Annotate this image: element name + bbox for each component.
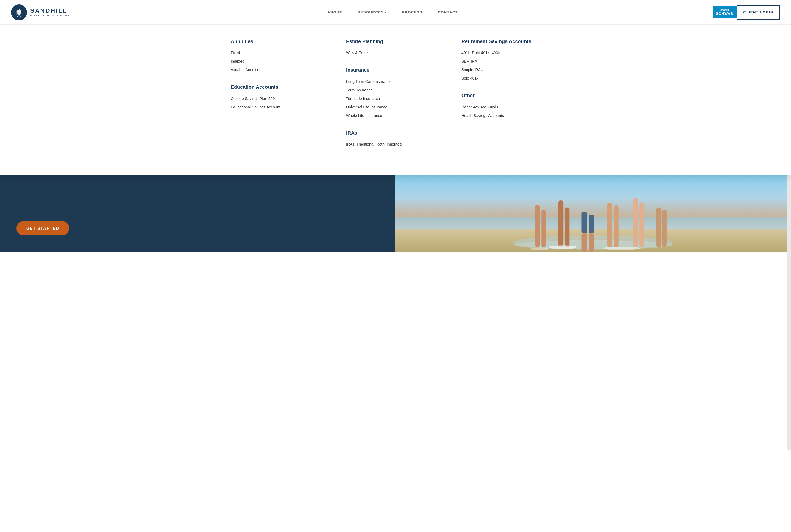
svg-rect-16: [607, 203, 613, 247]
beach-image: [396, 175, 791, 252]
svg-rect-13: [582, 233, 587, 252]
education-title: Education Accounts: [231, 84, 330, 90]
list-item[interactable]: Wills & Trusts: [346, 49, 445, 57]
svg-point-23: [603, 247, 640, 250]
retirement-section: Retirement Savings Accounts 401k, Roth 4…: [461, 38, 560, 83]
nav-process[interactable]: PROCESS: [394, 0, 430, 25]
annuities-section: Annuities Fixed Indexed Variable Annuiti…: [231, 38, 330, 74]
iras-title: IRAs: [346, 130, 445, 136]
people-silhouettes: [396, 187, 791, 252]
svg-rect-20: [656, 208, 662, 247]
svg-rect-19: [639, 203, 644, 247]
list-item[interactable]: Term Insurance: [346, 86, 445, 94]
insurance-section: Insurance Long Term Care Insurance Term …: [346, 67, 445, 120]
svg-rect-11: [565, 208, 570, 247]
logo-name: SANDHILL: [30, 7, 73, 14]
logo[interactable]: SANDHILL WEALTH MANAGEMENT: [11, 4, 73, 20]
get-started-button[interactable]: GET STARTED: [17, 221, 69, 235]
list-item[interactable]: Simple IRAs: [461, 65, 560, 74]
list-item[interactable]: Term Life Insurance: [346, 94, 445, 103]
chevron-down-icon: ▾: [385, 11, 387, 14]
list-item[interactable]: Long Term Care Insurance: [346, 77, 445, 86]
list-item[interactable]: Universal Life Insurance: [346, 103, 445, 112]
education-section: Education Accounts College Savings Plan …: [231, 84, 330, 111]
insurance-title: Insurance: [346, 67, 445, 73]
svg-rect-10: [558, 201, 564, 247]
svg-rect-15: [589, 233, 594, 252]
svg-rect-21: [662, 210, 667, 247]
nav-resources[interactable]: RESOURCES ▾: [350, 0, 394, 25]
svg-rect-18: [633, 198, 638, 247]
dropdown-col-3: Retirement Savings Accounts 401k, Roth 4…: [461, 38, 560, 158]
list-item[interactable]: Health Savings Accounts: [461, 112, 560, 120]
bottom-left-panel: GET STARTED: [0, 175, 396, 252]
list-item[interactable]: Variable Annuities: [231, 65, 330, 74]
logo-text: SANDHILL WEALTH MANAGEMENT: [30, 7, 73, 17]
list-item[interactable]: IRAs: Traditional, Roth, Inherited: [346, 140, 445, 149]
dropdown-col-1: Annuities Fixed Indexed Variable Annuiti…: [231, 38, 330, 158]
svg-rect-17: [614, 205, 618, 247]
svg-point-1: [19, 8, 20, 10]
svg-rect-8: [535, 205, 540, 247]
svg-rect-9: [541, 210, 546, 247]
svg-point-22: [549, 245, 577, 249]
logo-subtitle: WEALTH MANAGEMENT: [30, 14, 73, 17]
logo-icon: [11, 4, 27, 20]
schwab-logo: charles SCHWAB: [713, 6, 737, 18]
iras-section: IRAs IRAs: Traditional, Roth, Inherited: [346, 130, 445, 149]
dropdown-content: Annuities Fixed Indexed Variable Annuiti…: [214, 25, 577, 175]
bottom-right-panel: [396, 175, 791, 252]
estate-planning-section: Estate Planning Wills & Trusts: [346, 38, 445, 57]
list-item[interactable]: Fixed: [231, 49, 330, 57]
schwab-line1: charles: [720, 8, 729, 12]
main-nav: ABOUT RESOURCES ▾ PROCESS CONTACT: [320, 0, 465, 25]
client-login-button[interactable]: CLIENT LOGIN: [737, 5, 780, 19]
dropdown-col-2: Estate Planning Wills & Trusts Insurance…: [346, 38, 445, 158]
list-item[interactable]: Solo 401k: [461, 74, 560, 83]
estate-planning-title: Estate Planning: [346, 38, 445, 45]
annuities-title: Annuities: [231, 38, 330, 45]
nav-contact[interactable]: CONTACT: [430, 0, 465, 25]
list-item[interactable]: SEP, IRA: [461, 57, 560, 65]
retirement-title: Retirement Savings Accounts: [461, 38, 560, 45]
schwab-line2: SCHWAB: [716, 12, 734, 16]
header: SANDHILL WEALTH MANAGEMENT ABOUT RESOURC…: [0, 0, 791, 25]
list-item[interactable]: Indexed: [231, 57, 330, 65]
list-item[interactable]: Whole Life Insurance: [346, 112, 445, 120]
list-item[interactable]: Donor Advised Funds: [461, 103, 560, 112]
list-item[interactable]: Educational Savings Account: [231, 103, 330, 112]
dropdown-menu: Annuities Fixed Indexed Variable Annuiti…: [0, 25, 791, 175]
svg-rect-14: [589, 214, 594, 233]
list-item[interactable]: 401k, Roth 401k, 403b: [461, 49, 560, 57]
other-section: Other Donor Advised Funds Health Savings…: [461, 93, 560, 120]
svg-rect-12: [582, 212, 587, 233]
list-item[interactable]: College Savings Plan 529: [231, 94, 330, 103]
nav-about[interactable]: ABOUT: [320, 0, 350, 25]
svg-point-24: [530, 248, 549, 250]
other-title: Other: [461, 93, 560, 99]
bottom-section: GET STARTED: [0, 175, 791, 252]
header-right: charles SCHWAB CLIENT LOGIN: [713, 5, 780, 19]
